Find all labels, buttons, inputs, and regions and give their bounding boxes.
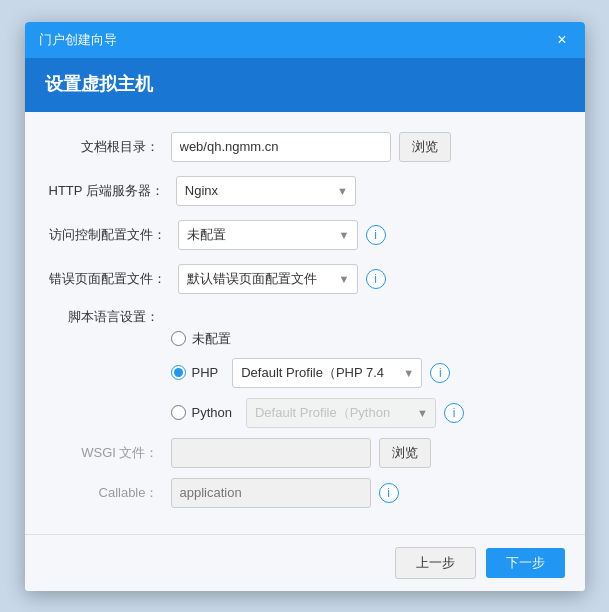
radio-php-label: PHP: [192, 365, 219, 380]
error-page-select-wrap: 默认错误页面配置文件 ▼: [178, 264, 358, 294]
radio-python-label: Python: [192, 405, 232, 420]
radio-php-row: PHP Default Profile（PHP 7.4 ▼ i: [49, 358, 561, 388]
script-lang-row: 脚本语言设置：: [49, 308, 561, 326]
doc-root-row: 文档根目录： 浏览: [49, 132, 561, 162]
php-profile-select-wrap: Default Profile（PHP 7.4 ▼: [232, 358, 422, 388]
python-profile-select-wrap: Default Profile（Python ▼: [246, 398, 436, 428]
wsgi-input[interactable]: [171, 438, 371, 468]
radio-php-input[interactable]: [171, 365, 186, 380]
doc-root-control: 浏览: [171, 132, 561, 162]
dialog-header: 门户创建向导 ×: [25, 22, 585, 58]
http-backend-row: HTTP 后端服务器： Nginx ▼: [49, 176, 561, 206]
dialog-footer: 上一步 下一步: [25, 534, 585, 591]
wsgi-browse-button[interactable]: 浏览: [379, 438, 431, 468]
access-control-row: 访问控制配置文件： 未配置 ▼ i: [49, 220, 561, 250]
http-backend-control: Nginx ▼: [176, 176, 561, 206]
dialog-title: 门户创建向导: [39, 31, 117, 49]
access-control-label: 访问控制配置文件：: [49, 226, 166, 244]
access-control-control: 未配置 ▼ i: [178, 220, 561, 250]
radio-none-input[interactable]: [171, 331, 186, 346]
http-backend-label: HTTP 后端服务器：: [49, 182, 164, 200]
dialog-subtitle: 设置虚拟主机: [25, 58, 585, 112]
callable-label: Callable：: [49, 484, 159, 502]
php-profile-select[interactable]: Default Profile（PHP 7.4: [232, 358, 422, 388]
access-control-select-wrap: 未配置 ▼: [178, 220, 358, 250]
error-page-label: 错误页面配置文件：: [49, 270, 166, 288]
error-page-row: 错误页面配置文件： 默认错误页面配置文件 ▼ i: [49, 264, 561, 294]
access-control-select[interactable]: 未配置: [178, 220, 358, 250]
php-profile-info-button[interactable]: i: [430, 363, 450, 383]
radio-none-row: 未配置: [49, 330, 561, 348]
python-profile-select[interactable]: Default Profile（Python: [246, 398, 436, 428]
close-button[interactable]: ×: [553, 30, 570, 50]
doc-root-label: 文档根目录：: [49, 138, 159, 156]
doc-root-browse-button[interactable]: 浏览: [399, 132, 451, 162]
next-button[interactable]: 下一步: [486, 548, 565, 578]
error-page-control: 默认错误页面配置文件 ▼ i: [178, 264, 561, 294]
radio-python-row: Python Default Profile（Python ▼ i: [49, 398, 561, 428]
callable-input[interactable]: [171, 478, 371, 508]
radio-python-input[interactable]: [171, 405, 186, 420]
radio-none-label: 未配置: [192, 330, 231, 348]
python-profile-info-button[interactable]: i: [444, 403, 464, 423]
doc-root-input[interactable]: [171, 132, 391, 162]
callable-row: Callable： i: [49, 478, 561, 508]
http-backend-select-wrap: Nginx ▼: [176, 176, 356, 206]
wsgi-label: WSGI 文件：: [49, 444, 159, 462]
wsgi-row: WSGI 文件： 浏览: [49, 438, 561, 468]
dialog-body: 文档根目录： 浏览 HTTP 后端服务器： Nginx ▼: [25, 112, 585, 534]
error-page-info-button[interactable]: i: [366, 269, 386, 289]
error-page-select[interactable]: 默认错误页面配置文件: [178, 264, 358, 294]
access-control-info-button[interactable]: i: [366, 225, 386, 245]
prev-button[interactable]: 上一步: [395, 547, 476, 579]
script-lang-label: 脚本语言设置：: [49, 308, 159, 326]
callable-info-button[interactable]: i: [379, 483, 399, 503]
http-backend-select[interactable]: Nginx: [176, 176, 356, 206]
